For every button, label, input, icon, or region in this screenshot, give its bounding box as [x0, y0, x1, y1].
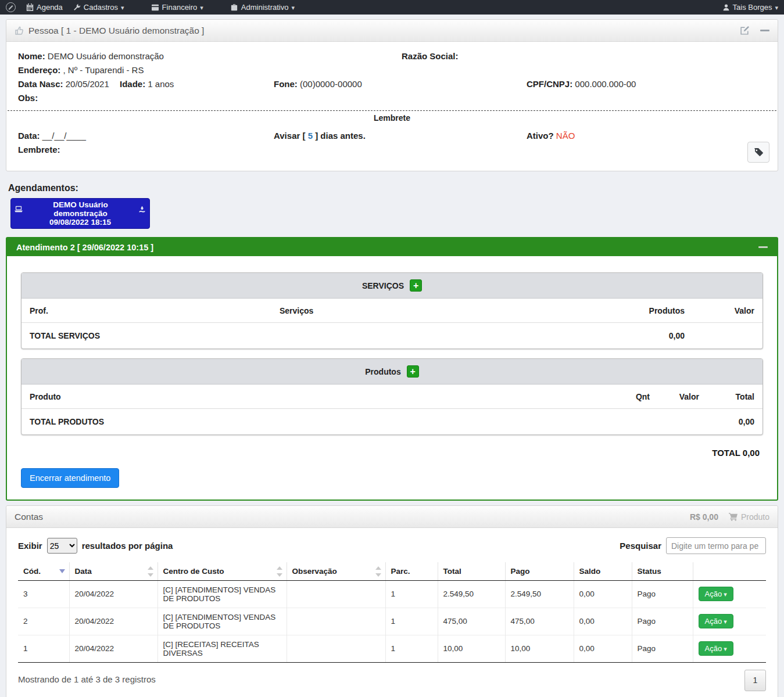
laptop-icon: [15, 206, 23, 213]
lembrete-data-value: __/__/____: [42, 131, 86, 141]
search-input[interactable]: [666, 537, 766, 554]
atendimento-title: Atendimento 2 [ 29/06/2022 10:15 ]: [16, 243, 153, 252]
col-valor: Valor: [650, 392, 699, 401]
avisar-dias-link[interactable]: 5: [308, 131, 313, 141]
col-produtos: Produtos: [609, 306, 685, 315]
cell-status: Pago: [632, 608, 693, 635]
collapse-icon[interactable]: [760, 30, 769, 31]
contas-panel: Contas R$ 0,00 Produto Exibir 25 resulta…: [6, 505, 778, 697]
per-page-label: resultados por página: [82, 541, 173, 551]
total-produtos-value: 0,00: [699, 417, 754, 426]
idade-value: 1 anos: [148, 79, 174, 89]
sort-icon: [375, 566, 381, 577]
briefcase-icon: [230, 4, 238, 11]
data-nasc-label: Data Nasc:: [18, 79, 63, 89]
cell-saldo: 0,00: [574, 608, 632, 635]
col-produto: Produto: [30, 392, 597, 401]
col-total: Total: [699, 392, 754, 401]
wrench-icon: [73, 3, 81, 11]
acao-button[interactable]: Ação: [699, 641, 733, 656]
encerrar-atendimento-button[interactable]: Encerrar atendimento: [21, 468, 119, 488]
cell-pago: 475,00: [505, 608, 574, 635]
cell-status: Pago: [632, 580, 693, 608]
tag-icon: [754, 148, 764, 157]
lembrete-data-label: Data:: [18, 131, 40, 141]
endereco-value: , Nº - Tuparendi - RS: [63, 65, 144, 75]
edit-icon[interactable]: [740, 26, 750, 35]
idade-label: Idade:: [120, 79, 145, 89]
hand-drop-icon: [138, 206, 146, 213]
cpf-value: 000.000.000-00: [575, 79, 636, 89]
acao-button[interactable]: Ação: [699, 587, 733, 601]
nav-agenda-label: Agenda: [37, 3, 63, 12]
produto-button-label: Produto: [741, 512, 769, 522]
page-size-select[interactable]: 25: [47, 538, 77, 554]
th-cod[interactable]: Cód.: [18, 562, 69, 580]
pessoa-panel-header: Pessoa [ 1 - DEMO Usuário demonstração ]: [6, 20, 778, 42]
agendamento-card-datetime: 09/08/2022 18:15: [15, 218, 146, 227]
cpf-label: CPF/CNPJ:: [527, 79, 572, 89]
saldo-badge: R$ 0,00: [690, 512, 718, 522]
navbar: Agenda Cadastros Financeiro Administrati…: [0, 0, 784, 15]
total-servicos-value: 0,00: [609, 331, 685, 340]
nav-agenda[interactable]: Agenda: [26, 3, 63, 12]
table-footer-info: Mostrando de 1 até 3 de 3 registros: [18, 670, 156, 684]
nav-financeiro-label: Financeiro: [162, 3, 198, 12]
nav-administrativo[interactable]: Administrativo: [230, 3, 295, 12]
avisar-prefix: Avisar [: [274, 131, 305, 141]
contas-table: Cód. Data Centro de Custo Observação Par…: [18, 562, 766, 663]
thumbs-up-icon: [15, 26, 24, 35]
avisar-suffix: ] dias antes.: [315, 131, 366, 141]
ativo-value: NÃO: [556, 131, 575, 141]
atendimento-grand-total: TOTAL 0,00: [21, 444, 763, 459]
tag-button[interactable]: [747, 142, 769, 163]
wallet-icon: [151, 4, 159, 11]
atendimento-header: Atendimento 2 [ 29/06/2022 10:15 ]: [7, 238, 777, 256]
fone-value: (00)0000-00000: [300, 79, 362, 89]
nome-value: DEMO Usuário demonstração: [48, 51, 164, 61]
cell-saldo: 0,00: [574, 580, 632, 608]
table-row: 3 20/04/2022 [C] [ATENDIMENTOS] VENDAS D…: [18, 580, 766, 608]
cell-parc: 1: [385, 608, 438, 635]
pesquisar-label: Pesquisar: [620, 541, 661, 551]
pagination-page-1[interactable]: 1: [744, 670, 766, 691]
user-menu[interactable]: Tais Borges: [722, 3, 778, 12]
add-produto-button[interactable]: [407, 365, 419, 378]
th-actions: [693, 562, 766, 580]
caret-down-icon: [775, 3, 778, 12]
pessoa-body: Nome: DEMO Usuário demonstração Razão So…: [6, 42, 778, 171]
cell-saldo: 0,00: [574, 635, 632, 662]
produto-button[interactable]: Produto: [729, 512, 769, 522]
nav-financeiro[interactable]: Financeiro: [151, 3, 203, 12]
cell-pago: 10,00: [505, 635, 574, 662]
atendimento-panel: Atendimento 2 [ 29/06/2022 10:15 ] SERVI…: [6, 237, 778, 501]
cell-pago: 2.549,50: [505, 580, 574, 608]
contas-title: Contas: [15, 512, 43, 522]
collapse-icon[interactable]: [758, 246, 768, 248]
cell-data: 20/04/2022: [69, 635, 157, 662]
th-data[interactable]: Data: [69, 562, 157, 580]
agendamento-card[interactable]: DEMO Usuário demonstração 09/08/2022 18:…: [10, 198, 150, 229]
obs-label: Obs:: [18, 93, 38, 103]
cell-cod: 2: [18, 608, 69, 635]
th-observacao[interactable]: Observação: [287, 562, 385, 580]
cell-parc: 1: [385, 580, 438, 608]
acao-button[interactable]: Ação: [699, 614, 733, 628]
contas-header: Contas R$ 0,00 Produto: [6, 506, 778, 528]
user-name: Tais Borges: [733, 3, 772, 12]
brand-logo-icon[interactable]: [6, 2, 16, 12]
endereco-label: Endereço:: [18, 65, 60, 75]
agendamentos-title: Agendamentos:: [8, 183, 778, 193]
total-produtos-label: TOTAL PRODUTOS: [30, 417, 597, 426]
caret-down-icon: [722, 644, 727, 653]
cell-centro: [C] [ATENDIMENTOS] VENDAS DE PRODUTOS: [157, 608, 287, 635]
fone-label: Fone:: [274, 79, 298, 89]
cell-obs: [287, 580, 385, 608]
add-servico-button[interactable]: [410, 279, 422, 292]
sort-icon: [277, 566, 282, 577]
cell-total: 475,00: [438, 608, 505, 635]
table-row: 2 20/04/2022 [C] [ATENDIMENTOS] VENDAS D…: [18, 608, 766, 635]
th-centro-de-custo[interactable]: Centro de Custo: [157, 562, 287, 580]
nav-cadastros[interactable]: Cadastros: [73, 3, 124, 12]
pessoa-title: Pessoa [ 1 - DEMO Usuário demonstração ]: [28, 26, 204, 36]
